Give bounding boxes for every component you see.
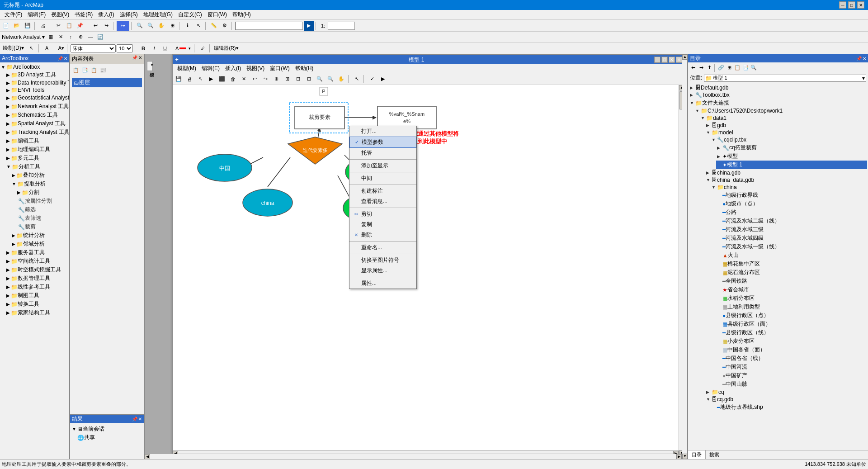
center-scrollbar-bottom[interactable]: ◀ ▶ (145, 454, 682, 459)
cat-item-county-line[interactable]: ━ 县级行政区（线） (716, 328, 867, 337)
catalog-close-btn[interactable]: ✕ (863, 56, 866, 61)
cat-item-capital[interactable]: ★ 省会城市 (716, 285, 867, 294)
cat-item-model[interactable]: ▼ 📁 model (705, 129, 867, 136)
measure-btn[interactable]: 📏 (209, 21, 219, 31)
cat-item-county-poly[interactable]: ▦ 县级行政区（面） (716, 320, 867, 328)
na-btn5[interactable]: — (86, 33, 94, 41)
tree-server[interactable]: ▶ 📁 服务器工具 (6, 248, 68, 257)
full-extent-btn[interactable]: ⊞ (167, 21, 177, 31)
cat-item-wheat[interactable]: ▦ 小麦分布区 (716, 337, 867, 346)
cat-item-county-pt[interactable]: ● 县级行政区（点） (716, 311, 867, 320)
cat-item-zh-river[interactable]: ━ 中国河流 (716, 363, 867, 371)
cat-item-cq[interactable]: ▶ 📁 cq (705, 388, 867, 396)
tree-edit[interactable]: ▶ 📁 编辑工具 (6, 137, 68, 145)
tree-filter[interactable]: 🔧 筛选 (17, 205, 68, 214)
model-tb-save[interactable]: 💾 (174, 74, 184, 84)
catalog-location-input[interactable] (713, 76, 861, 81)
tree-spatial[interactable]: ▶ 📁 Spatial Analyst 工具 (6, 119, 68, 128)
cat-item-river3[interactable]: ━ 河流及水域三级 (716, 225, 867, 234)
na-btn1[interactable]: ▦ (47, 33, 55, 41)
cat-item-zh-mountain[interactable]: ━ 中国山脉 (716, 380, 867, 388)
menu-bookmark[interactable]: 书签(B) (72, 10, 95, 19)
menu-insert[interactable]: 插入(I) (95, 10, 117, 19)
model-tb-run[interactable]: ▶ (206, 74, 216, 84)
cat-item-folder-conn[interactable]: ▼ 📁 文件夹连接 (689, 99, 867, 107)
model-minimize-btn[interactable]: ─ (654, 57, 660, 63)
tree-table-filter[interactable]: 🔧 表筛选 (17, 214, 68, 223)
cat-item-cotton[interactable]: ▦ 棉花集中产区 (716, 260, 867, 268)
font-color-dropdown[interactable]: ▾ (187, 43, 192, 53)
ctx-model-param[interactable]: ✓ 模型参数 (349, 137, 416, 148)
cat-item-cq-gdb[interactable]: ▼ 🗄 cq.gdb (705, 396, 867, 403)
center-scrollbar-down-btn[interactable]: ▼ (682, 454, 687, 459)
italic-btn[interactable]: I (149, 43, 159, 53)
close-btn[interactable]: ✕ (857, 1, 864, 9)
cat-item-gdb[interactable]: ▶ 🗄 gdb (705, 122, 867, 129)
cat-item-province-poly[interactable]: ▦ 中国各省（面） (716, 346, 867, 354)
cat-item-river1[interactable]: ━ 河流及水域一级（线） (716, 242, 867, 251)
menu-file[interactable]: 文件(F) (2, 10, 25, 19)
catalog-pin-btn[interactable]: 📌 (856, 56, 862, 61)
cat-item-work1[interactable]: ▼ 📁 C:\Users\17520\Desktop\work1 (694, 107, 867, 114)
model-tb-delete[interactable]: 🗑 (228, 74, 238, 84)
model-menu-insert[interactable]: 插入(I) (222, 64, 244, 73)
cat-item-toolbox-tbx[interactable]: ▶ 🔧 Toolbox.tbx (689, 91, 867, 99)
content-tb1[interactable]: 📋 (72, 66, 80, 74)
geoprocess-btn[interactable]: ⚙ (220, 21, 230, 31)
cat-item-railway[interactable]: ━ 全国铁路 (716, 277, 867, 285)
tree-overlay[interactable]: ▶ 📁 叠加分析 (12, 171, 68, 180)
model-tb-conn[interactable]: ⊞ (282, 74, 292, 84)
bold-btn[interactable]: B (138, 43, 148, 53)
tree-attr-split[interactable]: 🔧 按属性分割 (17, 197, 68, 205)
ctx-delete[interactable]: ✕ 删除 (349, 230, 416, 240)
menu-custom[interactable]: 自定义(C) (175, 10, 205, 19)
zoom-out-btn[interactable]: 🔍 (146, 21, 156, 31)
tree-tracking[interactable]: ▶ 📁 Tracking Analyst 工具 (6, 128, 68, 137)
tree-network[interactable]: ▶ 📁 Network Analyst 工具 (6, 102, 68, 111)
ctx-intermediate[interactable]: 中间 (349, 173, 416, 184)
center-scrollbar-right-btn[interactable]: ▶ (676, 454, 682, 459)
tree-datamgmt[interactable]: ▶ 📁 数据管理工具 (6, 274, 68, 283)
cat-item-model2[interactable]: ▶ ✦ 模型 (716, 152, 867, 161)
toolbox-close-btn[interactable]: ✕ (64, 56, 67, 61)
ctx-cut[interactable]: ✂ 剪切 (349, 209, 416, 219)
cat-item-landuse[interactable]: ▦ 土地利用类型 (716, 303, 867, 311)
model-tb-pan[interactable]: ✋ (336, 74, 346, 84)
ctx-switch-icon[interactable]: 切换至图片符号 (349, 255, 416, 265)
menu-select[interactable]: 选择(S) (117, 10, 141, 19)
copy-btn[interactable]: 📋 (64, 21, 74, 31)
center-scrollbar-left-btn[interactable]: ◀ (145, 454, 150, 459)
cat-item-cqclip[interactable]: ▼ 🔧 cqclip.tbx (711, 136, 867, 143)
cat-item-rice[interactable]: ▦ 水稻分布区 (716, 294, 867, 303)
search-input[interactable] (235, 22, 303, 30)
ctx-show-attr[interactable]: 显示属性... (349, 265, 416, 276)
model-tb-undo[interactable]: ↩ (250, 74, 259, 84)
model-tb-run-all[interactable]: ▶ (378, 74, 388, 84)
menu-view[interactable]: 视图(V) (48, 10, 72, 19)
tree-spatial-stats[interactable]: ▶ 📁 空间统计工具 (6, 257, 68, 265)
tree-analysis[interactable]: ▼ 📁 分析工具 (6, 162, 68, 171)
menu-window[interactable]: 窗口(W) (205, 10, 230, 19)
cat-item-province-line[interactable]: ━ 中国各省（线） (716, 354, 867, 363)
new-btn[interactable]: 📄 (1, 21, 11, 31)
cat-item-mudflow[interactable]: ▦ 泥石流分布区 (716, 268, 867, 277)
cat-item-cq-clip[interactable]: ▶ 🔧 cq拓量裁剪 (716, 143, 867, 152)
draw-text-btn[interactable]: A (42, 43, 52, 53)
na-btn3[interactable]: ↑ (66, 33, 75, 41)
highlight-btn[interactable]: 🖊 (198, 43, 208, 53)
cat-item-river4[interactable]: ━ 河流及水域四级 (716, 234, 867, 242)
underline-btn[interactable]: U (160, 43, 170, 53)
zoom-in-btn[interactable]: 🔍 (135, 21, 145, 31)
tree-carto[interactable]: ▶ 📁 制图工具 (6, 291, 68, 300)
cat-item-gonglu[interactable]: ━ 公路 (716, 208, 867, 217)
content-tb3[interactable]: 📋 (90, 66, 98, 74)
na-btn4[interactable]: ⊕ (76, 33, 85, 41)
cut-btn[interactable]: ✂ (53, 21, 63, 31)
results-pin-btn[interactable]: 📌 (132, 417, 137, 422)
tree-neighbor[interactable]: ▶ 📁 邻域分析 (12, 240, 68, 248)
cat-item-china-folder[interactable]: ▼ 📁 china (711, 184, 867, 191)
cat-item-dijie[interactable]: ━ 地级行政界线 (716, 191, 867, 199)
na-btn2[interactable]: ✕ (57, 33, 65, 41)
search-go-btn[interactable]: ▶ (304, 21, 314, 31)
tree-split[interactable]: ▶ 📁 分割 (17, 188, 68, 197)
